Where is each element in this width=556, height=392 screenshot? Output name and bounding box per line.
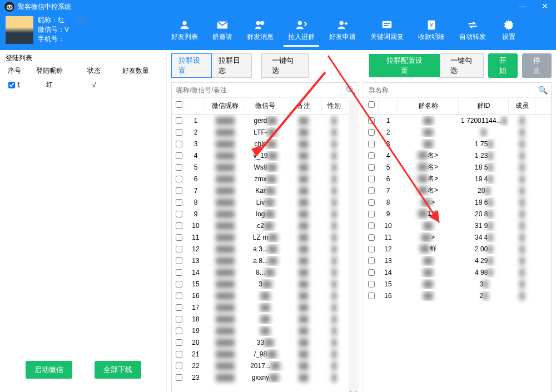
group-row[interactable]: 2████ xyxy=(364,126,551,138)
friend-row-check[interactable] xyxy=(176,152,182,159)
tab-pull-settings[interactable]: 拉群设置 xyxy=(171,53,212,78)
launch-wechat-button[interactable]: 启动微信 xyxy=(26,361,72,379)
group-row[interactable]: 10██31 9██ xyxy=(364,220,551,231)
friend-row[interactable]: 5████Ws8█████ xyxy=(172,161,359,173)
friend-row-check[interactable] xyxy=(176,176,182,182)
group-row[interactable]: 16██2██ xyxy=(364,290,551,301)
friend-row-check[interactable] xyxy=(176,374,182,381)
friend-row[interactable]: 16█████████ xyxy=(172,290,359,301)
friend-row-check[interactable] xyxy=(176,211,182,217)
all-offline-button[interactable]: 全部下线 xyxy=(95,361,141,379)
friend-row[interactable]: 12████a 3...█████ xyxy=(172,243,359,255)
friend-row-check[interactable] xyxy=(176,339,182,346)
group-row-check[interactable] xyxy=(368,246,375,252)
group-row-check[interactable] xyxy=(368,176,375,182)
friend-search-input[interactable] xyxy=(172,83,359,97)
nav-群发消息[interactable]: 群发消息 xyxy=(242,17,278,47)
group-row-check[interactable] xyxy=(368,222,375,229)
friend-row-check[interactable] xyxy=(176,328,182,334)
group-row-check[interactable] xyxy=(368,211,375,217)
group-row-check[interactable] xyxy=(368,152,375,159)
nav-自动转发[interactable]: 自动转发 xyxy=(455,17,490,47)
search-icon[interactable]: 🔍 xyxy=(538,86,548,95)
group-row-check[interactable] xyxy=(368,257,375,264)
group-row-check[interactable] xyxy=(368,281,375,287)
group-row-check[interactable] xyxy=(368,117,375,124)
friend-row-check[interactable] xyxy=(176,292,182,299)
groups-select-all[interactable] xyxy=(368,101,375,108)
nav-收款明细[interactable]: ¥收款明细 xyxy=(414,17,449,47)
pull-config-button[interactable]: 拉群配置设置 xyxy=(369,54,440,77)
friend-row-check[interactable] xyxy=(176,129,182,136)
friend-row[interactable]: 14████ 8...█████ xyxy=(172,266,359,278)
nav-群邀请[interactable]: 群邀请 xyxy=(208,17,237,47)
friend-row[interactable]: 4████v_19█████ xyxy=(172,150,359,161)
group-row-check[interactable] xyxy=(368,129,375,136)
friend-row[interactable]: 7████Kar█████ xyxy=(172,185,359,196)
group-row-check[interactable] xyxy=(368,187,375,194)
group-row[interactable]: 5██名>18 5██ xyxy=(364,161,551,173)
group-row-check[interactable] xyxy=(368,199,375,206)
group-row-check[interactable] xyxy=(368,164,375,171)
friend-row-check[interactable] xyxy=(176,363,182,369)
friend-row-check[interactable] xyxy=(176,281,182,287)
group-row[interactable]: 4██名>1 23██ xyxy=(364,150,551,161)
friend-row[interactable]: 13████a 8...█████ xyxy=(172,255,359,266)
friend-row[interactable]: 1████gerd█████ xyxy=(172,115,359,126)
nav-好友列表[interactable]: 好友列表 xyxy=(167,17,202,47)
login-row[interactable]: 1红 √ xyxy=(4,78,162,92)
stop-button[interactable]: 停止 xyxy=(522,53,552,78)
search-icon[interactable]: 🔍 xyxy=(346,86,355,95)
group-row-check[interactable] xyxy=(368,234,375,241)
friend-row-check[interactable] xyxy=(176,141,182,147)
friend-row[interactable]: 17█████████ xyxy=(172,301,359,313)
group-row[interactable]: 13██4 29██ xyxy=(364,255,551,266)
friend-row-check[interactable] xyxy=(176,246,182,252)
scrollbar[interactable] xyxy=(349,100,358,392)
tab-pull-log[interactable]: 拉群日志 xyxy=(212,53,252,78)
group-row[interactable]: 15██3██ xyxy=(364,278,551,290)
friend-row[interactable]: 18█████████ xyxy=(172,313,359,325)
friends-select-all[interactable] xyxy=(176,101,182,108)
group-row-check[interactable] xyxy=(368,292,375,299)
friend-row[interactable]: 22████2017...█████ xyxy=(172,360,359,371)
friend-row-check[interactable] xyxy=(176,187,182,194)
friend-row[interactable]: 19█████████ xyxy=(172,325,359,336)
friend-row-check[interactable] xyxy=(176,117,182,124)
friend-row[interactable]: 3████chin█████ xyxy=(172,138,359,150)
group-row[interactable]: 12██鲜2 00██ xyxy=(364,243,551,255)
nav-好友申请[interactable]: 好友申请 xyxy=(325,17,360,47)
friend-row-check[interactable] xyxy=(176,257,182,264)
group-row[interactable]: 3██1 75██ xyxy=(364,138,551,150)
friend-row[interactable]: 23████gxxny█████ xyxy=(172,371,359,383)
group-row-check[interactable] xyxy=(368,269,375,276)
group-row[interactable]: 9██1群20 8██ xyxy=(364,208,551,220)
friend-row[interactable]: 8████Liv█████ xyxy=(172,196,359,208)
friend-row-check[interactable] xyxy=(176,304,182,311)
nav-拉人进群[interactable]: 拉人进群 xyxy=(284,17,319,47)
friend-row[interactable]: 10████c2█████ xyxy=(172,220,359,231)
friend-row-check[interactable] xyxy=(176,351,182,358)
check-all-right-button[interactable]: 一键勾选 xyxy=(440,53,484,78)
login-row-check[interactable] xyxy=(8,82,15,88)
group-row-check[interactable] xyxy=(368,141,375,147)
group-search-input[interactable] xyxy=(364,83,551,97)
group-row[interactable]: 8██>19 6██ xyxy=(364,196,551,208)
group-row[interactable]: 7██名>20██ xyxy=(364,185,551,196)
friend-row[interactable]: 20████33█████ xyxy=(172,336,359,348)
check-all-left-button[interactable]: 一键勾选 xyxy=(261,53,309,78)
friend-row-check[interactable] xyxy=(176,164,182,171)
group-row[interactable]: 11██>34 4██ xyxy=(364,231,551,243)
friend-row-check[interactable] xyxy=(176,234,182,241)
friend-row[interactable]: 9████log█████ xyxy=(172,208,359,220)
group-row[interactable]: 1██1 72001144...██ xyxy=(364,115,551,126)
friend-row-check[interactable] xyxy=(176,316,182,322)
friend-row[interactable]: 21████/_98█████ xyxy=(172,348,359,360)
group-row[interactable]: 14██4 98██ xyxy=(364,266,551,278)
friend-row-check[interactable] xyxy=(176,269,182,276)
window-close[interactable]: ✕ xyxy=(534,0,556,12)
friend-row[interactable]: 2████LTF-█████ xyxy=(172,126,359,138)
nav-设置[interactable]: 设置 xyxy=(496,17,522,47)
start-button[interactable]: 开始 xyxy=(488,53,518,78)
friend-row[interactable]: 11████LZ m█████ xyxy=(172,231,359,243)
